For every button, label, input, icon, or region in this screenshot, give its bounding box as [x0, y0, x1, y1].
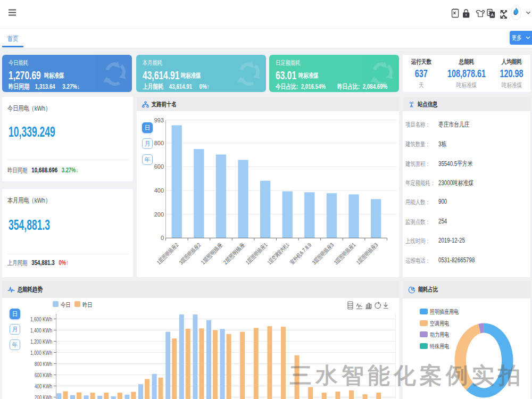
svg-text:400 KWh: 400 KWh	[35, 383, 52, 389]
svg-text:200 KWh: 200 KWh	[35, 394, 52, 399]
svg-text:3层照明插座3: 3层照明插座3	[311, 242, 335, 266]
svg-text:1,600 KWh: 1,600 KWh	[30, 316, 52, 322]
svg-text:0: 0	[161, 235, 164, 241]
svg-text:200: 200	[154, 211, 164, 218]
svg-text:800: 800	[154, 140, 164, 146]
svg-text:1层照明插座1: 1层照明插座1	[244, 242, 269, 266]
svg-text:2层照明插座: 2层照明插座	[222, 242, 246, 266]
svg-text:1层空调室内机1: 1层空调室内机1	[266, 242, 290, 265]
svg-text:室外机6.7.8.9: 室外机6.7.8.9	[288, 242, 312, 265]
svg-text:1,000 KWh: 1,000 KWh	[30, 350, 52, 356]
svg-text:1,400 KWh: 1,400 KWh	[30, 327, 52, 334]
svg-text:1,200 KWh: 1,200 KWh	[30, 338, 52, 345]
svg-text:1层照明插座: 1层照明插座	[200, 242, 224, 266]
svg-text:600 KWh: 600 KWh	[35, 372, 52, 378]
svg-text:3层照明插座2: 3层照明插座2	[178, 242, 202, 266]
svg-text:1层照明插座2: 1层照明插座2	[155, 242, 180, 266]
svg-text:3层照明插座1: 3层照明插座1	[332, 242, 357, 266]
svg-text:800 KWh: 800 KWh	[35, 361, 52, 367]
svg-text:600: 600	[154, 163, 164, 170]
svg-text:400: 400	[154, 187, 164, 194]
svg-text:993: 993	[154, 117, 164, 123]
svg-text:1层照明插座3: 1层照明插座3	[355, 242, 379, 266]
